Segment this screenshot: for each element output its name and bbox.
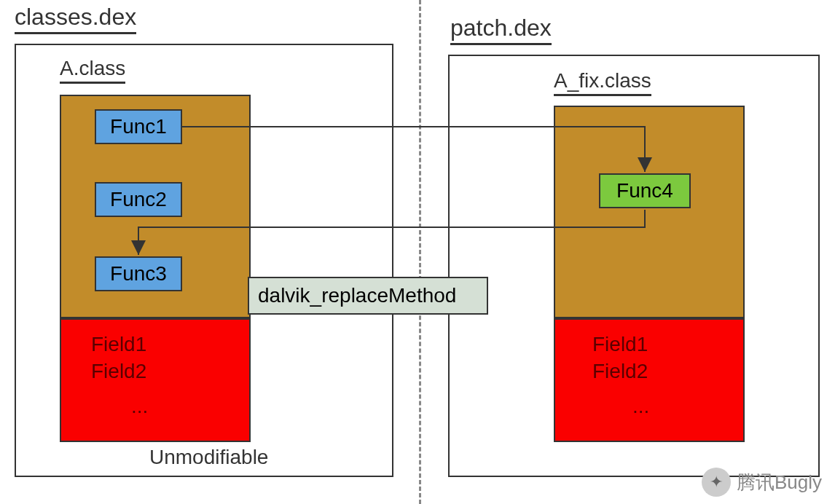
- func2-box: Func2: [95, 182, 182, 217]
- func1-box: Func1: [95, 109, 182, 144]
- a-fix-field-ellipsis: ...: [632, 393, 649, 420]
- a-class-field1: Field1: [91, 331, 146, 358]
- dalvik-replace-method-box: dalvik_replaceMethod: [248, 277, 488, 315]
- a-class-title: A.class: [60, 57, 125, 84]
- func4-box: Func4: [599, 173, 691, 208]
- watermark-text: 腾讯Bugly: [737, 470, 822, 495]
- classes-dex-title: classes.dex: [15, 4, 136, 34]
- a-fix-field-area: [554, 318, 745, 442]
- wechat-icon: ✦: [702, 468, 731, 497]
- a-class-field-area: [60, 318, 251, 442]
- a-fix-class-title: A_fix.class: [554, 69, 651, 96]
- func3-box: Func3: [95, 256, 182, 291]
- unmodifiable-label: Unmodifiable: [149, 446, 268, 469]
- a-fix-field1: Field1: [592, 331, 648, 358]
- a-fix-method-area: [554, 106, 745, 318]
- watermark: ✦ 腾讯Bugly: [702, 468, 822, 497]
- divider-line: [419, 0, 421, 504]
- a-class-field2: Field2: [91, 358, 146, 385]
- patch-dex-title: patch.dex: [450, 15, 552, 45]
- a-fix-field2: Field2: [592, 358, 648, 385]
- a-class-field-ellipsis: ...: [131, 393, 148, 420]
